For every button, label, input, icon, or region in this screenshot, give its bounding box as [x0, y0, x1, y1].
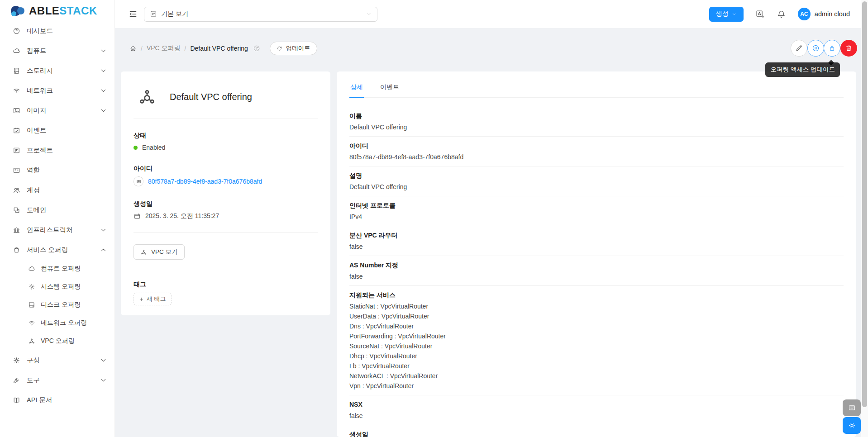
sidebar-item-label: 네트워크 오퍼링 [41, 319, 87, 327]
divider [134, 232, 318, 233]
user-menu[interactable]: AC admin cloud [798, 8, 850, 20]
user-name: admin cloud [815, 10, 850, 18]
sidebar-item-dashboard[interactable]: 대시보드 [0, 22, 114, 40]
chevron-down-icon [100, 107, 107, 114]
detail-row: 아이디80f578a7-db89-4ef8-aad3-7f0a676b8afd [349, 137, 844, 166]
scrollbar-thumb[interactable] [862, 1, 867, 407]
sidebar-item-domains[interactable]: 도메인 [0, 201, 114, 219]
detail-value: NetworkACL : VpcVirtualRouter [349, 371, 844, 381]
sidebar-item-disk-offerings[interactable]: 디스크 오퍼링 [0, 297, 114, 313]
app-logo[interactable]: ABLESTACK [0, 0, 114, 22]
sidebar-item-service-offerings[interactable]: 서비스 오퍼링 [0, 241, 114, 259]
question-circle-icon[interactable] [253, 45, 260, 52]
breadcrumb-vpc-offerings[interactable]: VPC 오퍼링 [147, 44, 181, 52]
detail-value: UserData : VpcVirtualRouter [349, 311, 844, 321]
view-vpc-button[interactable]: VPC 보기 [134, 244, 185, 260]
font-size-add-icon[interactable] [755, 10, 765, 19]
chevron-down-icon [100, 87, 107, 95]
edit-offering-button[interactable] [791, 40, 807, 57]
menu-fold-icon[interactable] [129, 10, 138, 19]
sidebar-item-compute-offerings[interactable]: 컴퓨트 오퍼링 [0, 261, 114, 277]
detail-row: AS Number 지정false [349, 256, 844, 286]
detail-label: AS Number 지정 [349, 261, 844, 269]
header-right: 생성 AC admin cloud [709, 7, 850, 22]
detail-value: false [349, 271, 844, 281]
detail-label: 아이디 [349, 142, 844, 150]
blocks-icon [13, 206, 20, 214]
disable-offering-button[interactable] [807, 40, 824, 57]
sidebar-item-tools[interactable]: 도구 [0, 371, 114, 389]
sidebar-item-infrastructure[interactable]: 인프라스트럭쳐 [0, 221, 114, 239]
detail-value: false [349, 411, 844, 421]
detail-label: 설명 [349, 171, 844, 180]
vpc-icon [137, 87, 157, 107]
detail-value: IPv4 [349, 212, 844, 222]
home-icon[interactable] [129, 45, 137, 52]
sidebar-item-label: 컴퓨트 [27, 47, 47, 55]
detail-label: 이름 [349, 112, 844, 120]
created-value-row: 2025. 3. 25. 오전 11:35:27 [134, 212, 318, 220]
chevron-down-icon [366, 11, 372, 17]
sidebar: ABLESTACK 대시보드컴퓨트스토리지네트워크이미지이벤트프로젝트역할계정도… [0, 0, 115, 437]
sidebar-item-roles[interactable]: 역할 [0, 161, 114, 179]
breadcrumb-separator: / [185, 45, 186, 52]
detail-row: 이름Default VPC offering [349, 107, 844, 137]
sidebar-item-label: 컴퓨트 오퍼링 [41, 265, 81, 273]
view-select[interactable]: 기본 보기 [144, 7, 377, 22]
sidebar-item-storage[interactable]: 스토리지 [0, 62, 114, 80]
detail-value: false [349, 242, 844, 252]
sidebar-item-label: 인프라스트럭쳐 [27, 226, 73, 234]
breadcrumb-separator: / [141, 45, 143, 52]
team-icon [13, 186, 20, 194]
create-button[interactable]: 생성 [709, 7, 744, 22]
breadcrumb-current: Default VPC offering [190, 45, 248, 52]
update-offering-access-button[interactable] [824, 40, 840, 57]
status-value-row: Enabled [134, 144, 318, 151]
sidebar-item-label: 대시보드 [27, 27, 53, 35]
detail-row: 생성일2025. 3. 25. 오전 11:35:27 [349, 425, 844, 437]
delete-offering-button[interactable] [840, 40, 857, 57]
bell-icon[interactable] [777, 10, 786, 19]
keyboard-icon [848, 404, 856, 412]
bank-icon [13, 226, 20, 234]
project-icon [150, 10, 157, 18]
brand-dark: ABLE [29, 5, 59, 17]
detail-value: Vpn : VpcVirtualRouter [349, 381, 844, 391]
sidebar-item-projects[interactable]: 프로젝트 [0, 141, 114, 159]
refresh-button[interactable]: 업데이트 [270, 42, 317, 55]
pencil-icon [795, 44, 803, 52]
sidebar-item-api-doc[interactable]: API 문서 [0, 391, 114, 409]
detail-row: NSXfalse [349, 395, 844, 425]
status-value: Enabled [142, 144, 165, 151]
sidebar-item-configuration[interactable]: 구성 [0, 351, 114, 369]
tab-events[interactable]: 이벤트 [379, 80, 400, 97]
tool-icon [13, 376, 20, 384]
sidebar-item-vpc-offerings[interactable]: VPC 오퍼링 [0, 333, 114, 349]
sidebar-item-events[interactable]: 이벤트 [0, 121, 114, 139]
shortcut-panel-button[interactable] [843, 399, 861, 416]
refresh-button-label: 업데이트 [286, 44, 310, 52]
resource-id-link[interactable]: 80f578a7-db89-4ef8-aad3-7f0a676b8afd [148, 178, 262, 185]
shopping-icon [13, 246, 20, 254]
sidebar-item-network-offerings[interactable]: 네트워크 오퍼링 [0, 315, 114, 331]
page-scrollbar[interactable] [861, 0, 868, 437]
sidebar-item-system-offerings[interactable]: 시스템 오퍼링 [0, 279, 114, 295]
hdd-icon [28, 301, 35, 309]
sidebar-item-label: 이미지 [27, 106, 47, 115]
sidebar-item-label: 구성 [27, 356, 40, 365]
wifi-icon [13, 87, 20, 95]
sidebar-item-images[interactable]: 이미지 [0, 101, 114, 119]
sidebar-item-label: 역할 [27, 166, 40, 175]
picture-icon [13, 107, 20, 114]
sidebar-item-network[interactable]: 네트워크 [0, 81, 114, 100]
status-dot-icon [134, 146, 138, 150]
sidebar-item-compute[interactable]: 컴퓨트 [0, 42, 114, 60]
tab-details[interactable]: 상세 [349, 80, 364, 98]
settings-fab-button[interactable] [843, 417, 861, 434]
new-tag-button[interactable]: 새 태그 [134, 293, 172, 305]
sidebar-item-label: API 문서 [27, 396, 52, 404]
sidebar-item-accounts[interactable]: 계정 [0, 181, 114, 199]
chevron-down-icon [100, 376, 107, 384]
sidebar-item-label: 프로젝트 [27, 146, 53, 155]
chevron-down-icon [100, 47, 107, 55]
